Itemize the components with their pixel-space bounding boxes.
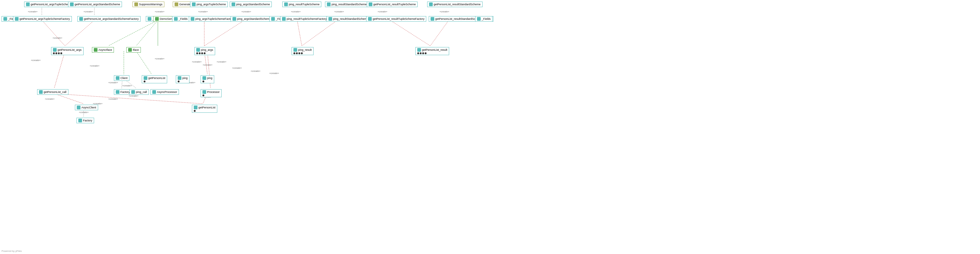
node-getPersonList-argsStandardScheme[interactable]: getPersonList_argsStandardScheme [68, 2, 122, 7]
field-dot [293, 52, 295, 54]
node-getPersonList-resultStandardScheme[interactable]: getPersonList_resultStandardScheme [427, 2, 482, 7]
field-dot [199, 52, 200, 54]
node-AsyncProcessor[interactable]: AsyncProcessor [150, 89, 179, 95]
node-Fields-5[interactable]: _Fields [475, 16, 493, 22]
class-icon [116, 90, 119, 94]
connections-svg [0, 0, 980, 254]
method-icon [194, 105, 197, 109]
method-icon [144, 76, 147, 80]
field-dot [144, 80, 145, 82]
create-label: «create» [334, 10, 344, 13]
field-dot [178, 80, 180, 82]
node-ping-resultTupleScheme[interactable]: ping_resultTupleScheme [282, 2, 321, 7]
class-icon [369, 3, 372, 6]
node-label: getPersonList_resultTupleScheme [373, 3, 416, 6]
node-Factory-1[interactable]: Factory [114, 89, 132, 95]
create-label: «create» [203, 64, 212, 66]
create-label: «create» [269, 72, 279, 75]
node-Fields-3[interactable]: _Fields [172, 16, 189, 22]
node-AsyncClient[interactable]: AsyncClient [75, 105, 98, 110]
node-Iface[interactable]: Iface [126, 47, 141, 53]
node-ping-argsTupleScheme[interactable]: ping_argsTupleScheme [190, 2, 228, 7]
class-icon [368, 17, 372, 21]
class-icon [284, 3, 288, 6]
create-label: «create» [122, 84, 132, 87]
svg-line-10 [302, 20, 337, 46]
node-ping-args[interactable]: ping_args [194, 47, 215, 55]
node-getPersonList-call[interactable]: getPersonList_call [37, 89, 68, 95]
field-dot [56, 52, 57, 54]
method-icon [178, 76, 181, 80]
node-AsyncIface[interactable]: AsyncIface [92, 47, 114, 53]
svg-line-15 [136, 51, 152, 74]
class-icon [196, 48, 200, 52]
node-label: SuppressWarnings [139, 3, 162, 6]
node-label: ping_resultTupleSchemeFactory [286, 18, 326, 21]
node-ping-resultTupleSchemeFactory[interactable]: ping_resultTupleSchemeFactory [280, 16, 328, 22]
node-getPersonList-args[interactable]: getPersonList_args [51, 47, 84, 55]
node-getPersonList-resultTupleScheme[interactable]: getPersonList_resultTupleScheme [367, 2, 418, 7]
node-getPersonList-argsTupleScheme[interactable]: getPersonList_argsTupleScheme [24, 2, 74, 7]
annotation-icon [175, 3, 178, 6]
node-getPersonList-result[interactable]: getPersonList_result [415, 47, 449, 55]
svg-line-2 [42, 20, 65, 46]
node-getPersonList-client[interactable]: getPersonList [142, 75, 167, 83]
class-icon [131, 90, 135, 94]
create-label: «create» [217, 61, 226, 63]
node-Client[interactable]: Client [114, 75, 129, 81]
node-SuppressWarnings[interactable]: SuppressWarnings [132, 2, 164, 7]
svg-line-20 [54, 94, 84, 104]
node-getPersonList-argsStandardSchemeFactory[interactable]: getPersonList_argsStandardSchemeFactory [77, 16, 140, 22]
node-Factory-2[interactable]: Factory [76, 118, 94, 123]
node-label: Iface [133, 48, 139, 51]
svg-line-6 [108, 20, 158, 46]
node-getPersonList-resultTupleSchemeFactory[interactable]: getPersonList_resultTupleSchemeFactory [366, 16, 426, 22]
enum-icon [477, 17, 481, 21]
node-ping-call[interactable]: ping_call [129, 89, 149, 95]
class-icon [26, 3, 30, 6]
create-label: «create» [28, 10, 37, 13]
node-ping-1[interactable]: ping [176, 75, 189, 83]
node-ping-2[interactable]: ping [200, 75, 214, 83]
field-dot [53, 52, 55, 54]
svg-line-9 [297, 20, 302, 46]
svg-line-3 [65, 20, 94, 46]
node-Processor[interactable]: Processor [200, 89, 222, 97]
node-getPersonList-processor[interactable]: getPersonList [192, 105, 217, 113]
class-icon [152, 90, 156, 94]
node-label: getPersonList_argsStandardScheme [75, 3, 120, 6]
node-ping-argsTupleSchemeFactory[interactable]: ping_argsTupleSchemeFactory [189, 16, 236, 22]
node-label: _Fields [178, 18, 188, 21]
node-label: getPersonList_argsStandardSchemeFactory [84, 18, 139, 21]
node-label: ping_call [136, 91, 147, 94]
create-label: «create» [378, 10, 387, 13]
enum-icon [3, 17, 7, 21]
node-label: getPersonList_result [422, 48, 447, 51]
node-label: getPersonList_call [44, 91, 67, 94]
class-icon [429, 3, 433, 6]
diagram-container: getPersonList_argsTupleScheme getPersonL… [0, 0, 980, 254]
field-dot [58, 52, 60, 54]
node-label: ping [182, 77, 188, 80]
field-dot [60, 52, 62, 54]
node-label: getPersonList_args [57, 48, 82, 51]
node-label: ping_argsTupleSchemeFactory [195, 18, 234, 21]
node-ping-argsStandardScheme[interactable]: ping_argsStandardScheme [230, 2, 272, 7]
node-label: ping_args [201, 48, 213, 51]
node-ping-resultStandardScheme[interactable]: ping_resultStandardScheme [325, 2, 369, 7]
node-label: AsyncProcessor [157, 91, 177, 94]
create-label: «create» [242, 10, 251, 13]
class-icon [191, 17, 194, 21]
node-getPersonList-argsTupleSchemeFactory[interactable]: getPersonList_argsTupleSchemeFactory [13, 16, 72, 22]
node-label: Factory [83, 119, 92, 122]
node-label: ping_argsStandardScheme [236, 3, 270, 6]
create-label: «create» [129, 94, 138, 97]
node-ping-result[interactable]: ping_result [291, 47, 313, 55]
field-dot [296, 52, 298, 54]
class-icon [15, 17, 19, 21]
class-icon [327, 3, 331, 6]
field-dot [301, 52, 303, 54]
node-label: ping_result [298, 48, 312, 51]
node-label: AsyncClient [81, 106, 96, 109]
create-label: «create» [108, 97, 118, 101]
